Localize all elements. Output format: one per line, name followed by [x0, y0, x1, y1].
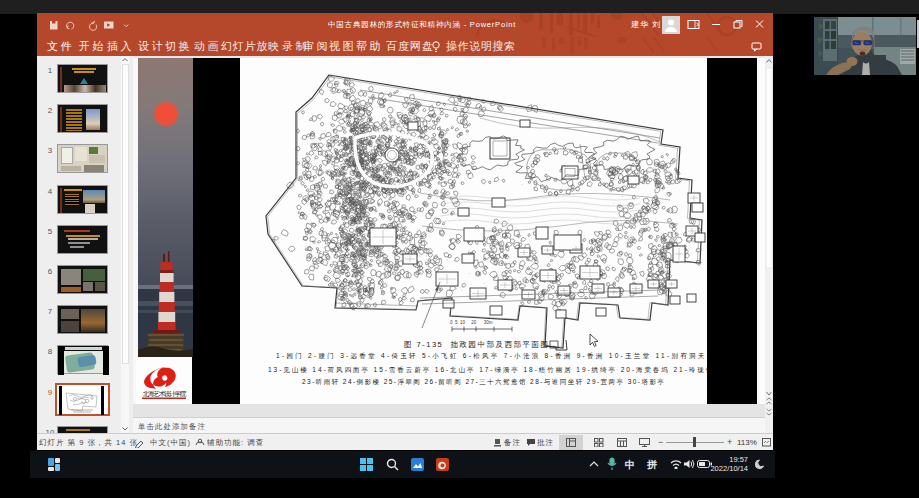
svg-text:23-听雨轩 24-倒影楼 25-浮翠阁 26-留听阁 27: 23-听雨轩 24-倒影楼 25-浮翠阁 26-留听阁 27-三十六鸳鸯馆 28…	[302, 378, 665, 386]
svg-text:0 5 10 20 30m: 0 5 10 20 30m	[450, 320, 493, 325]
svg-text:图 7-135 拙政园中部及西部平面图: 图 7-135 拙政园中部及西部平面图	[404, 340, 549, 349]
svg-text:13-见山楼 14-荷风四面亭 15-雪香云蔚亭 16-北山: 13-见山楼 14-荷风四面亭 15-雪香云蔚亭 16-北山亭 17-绿漪亭 1…	[268, 366, 707, 374]
svg-text:北海艺术设计学院: 北海艺术设计学院	[142, 390, 186, 398]
svg-text:1-园门 2-腰门 3-远香堂 4-倚玉轩 5-小飞虹 6-: 1-园门 2-腰门 3-远香堂 4-倚玉轩 5-小飞虹 6-松风亭 7-小沧浪 …	[276, 352, 707, 360]
